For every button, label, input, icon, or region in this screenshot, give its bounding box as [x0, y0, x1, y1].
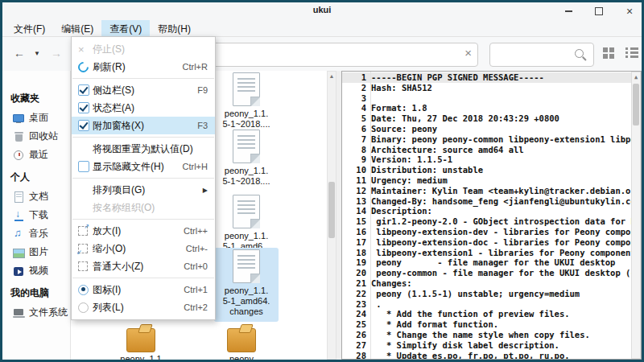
- sidebar-item-pictures[interactable]: 图片: [2, 243, 70, 261]
- menu-item-stop[interactable]: × 停止(S): [72, 40, 215, 58]
- checkbox-checked-icon: [78, 101, 93, 114]
- file-icon: [233, 130, 260, 163]
- list-view-toggle-button[interactable]: [625, 46, 639, 60]
- submenu-arrow-icon: ▶: [203, 187, 208, 194]
- computer-icon: [13, 307, 25, 319]
- menu-item-normal-size[interactable]: 普通大小(Z) Ctrl+0: [72, 257, 215, 275]
- file-pane-scrollbar[interactable]: ▲: [327, 71, 336, 360]
- menu-separator: [72, 278, 214, 278]
- menu-item-arrange-items[interactable]: 排列项目(G) ▶: [72, 181, 215, 199]
- sidebar-item-label: 文档: [29, 190, 48, 204]
- menu-separator: [72, 137, 214, 138]
- checkbox-checked-icon: [78, 119, 93, 132]
- menu-item-refresh[interactable]: 刷新(R) Ctrl+R: [72, 58, 215, 76]
- video-icon: [13, 265, 25, 277]
- scrollbar-thumb[interactable]: [328, 182, 335, 238]
- file-icon: [233, 249, 260, 283]
- icon-view-toggle-button[interactable]: [601, 46, 616, 60]
- folder-item[interactable]: [227, 328, 256, 352]
- zoom-normal-icon: [78, 260, 93, 273]
- file-item[interactable]: peony_1.1. 5-1_amd6...: [214, 193, 279, 252]
- titlebar: ukui ×: [2, 2, 642, 20]
- sidebar-item-music[interactable]: 音乐: [2, 224, 70, 243]
- scroll-up-icon[interactable]: ▲: [632, 74, 640, 80]
- sidebar-item-desktop[interactable]: 桌面: [2, 109, 70, 127]
- menu-item-organize-by-name[interactable]: 按名称组织(O): [72, 199, 215, 216]
- forward-icon: →: [51, 47, 62, 60]
- back-button[interactable]: ←: [10, 43, 28, 63]
- file-item[interactable]: peony_1.1. 5-1~2018....: [214, 71, 279, 130]
- sidebar-item-label: 视频: [29, 264, 48, 278]
- menu-help[interactable]: 帮助(H): [150, 20, 199, 36]
- picture-icon: [13, 247, 25, 258]
- preview-pane: 1 2 3 4 5 6 7 8 9 10 11 12 13 14 15 16 1…: [341, 71, 642, 360]
- forward-button[interactable]: →: [47, 43, 65, 63]
- sidebar-item-label: 最近: [29, 148, 48, 162]
- sidebar-item-recent[interactable]: 最近: [2, 146, 70, 164]
- menu-separator: [72, 78, 214, 79]
- sidebar-item-label: 图片: [29, 245, 48, 259]
- scrollbar-thumb[interactable]: [633, 84, 639, 125]
- history-dropdown-button[interactable]: ▼: [31, 43, 43, 63]
- sidebar-item-label: 音乐: [29, 227, 48, 241]
- menu-separator: [72, 219, 214, 220]
- download-icon: [13, 210, 25, 221]
- sidebar-item-trash[interactable]: 回收站: [2, 127, 70, 146]
- menu-edit[interactable]: 编辑(E): [53, 20, 101, 36]
- preview-text: -----BEGIN PGP SIGNED MESSAGE----- Hash:…: [367, 72, 631, 359]
- preview-scrollbar[interactable]: ▲: [631, 72, 641, 359]
- folder-item[interactable]: [126, 328, 155, 352]
- view-menu-popup: × 停止(S) 刷新(R) Ctrl+R 侧边栏(S) F9 状态栏(A) 附加…: [71, 36, 216, 320]
- document-icon: [13, 191, 25, 203]
- sidebar-item-documents[interactable]: 文档: [2, 187, 70, 206]
- clear-address-icon[interactable]: ×: [464, 47, 472, 59]
- list-view-icon: [625, 47, 638, 58]
- file-item[interactable]: peony_1.1. 5-1~2018....: [214, 128, 279, 187]
- menu-item-reset-view[interactable]: 将视图重置为默认值(D): [72, 140, 215, 158]
- trash-icon: [13, 131, 25, 142]
- checkbox-unchecked-icon: [78, 160, 93, 173]
- minimize-icon: [565, 10, 572, 12]
- sidebar-item-downloads[interactable]: 下载: [2, 206, 70, 224]
- menu-view[interactable]: 查看(V): [101, 20, 150, 36]
- window-controls: ×: [563, 2, 635, 20]
- menu-item-extra-pane[interactable]: 附加窗格(X) F3: [72, 117, 215, 134]
- stop-icon: ×: [78, 43, 93, 56]
- back-icon: ←: [14, 47, 25, 60]
- file-name: peony_1.1. 5-1~2018....: [214, 166, 279, 187]
- search-input[interactable]: [489, 43, 594, 67]
- menu-item-sidebar[interactable]: 侧边栏(S) F9: [72, 81, 215, 99]
- file-icon: [233, 195, 260, 228]
- menu-item-list-view[interactable]: 列表(L) Ctrl+2: [72, 298, 215, 316]
- close-button[interactable]: ×: [624, 6, 635, 17]
- file-item-selected[interactable]: peony_1.1. 5-1_amd64. changes: [214, 248, 279, 322]
- menu-item-statusbar[interactable]: 状态栏(A): [72, 99, 215, 117]
- folder-name: peony_1.1: [109, 354, 173, 360]
- sidebar-item-filesystem[interactable]: 文件系统: [2, 303, 70, 322]
- menu-item-icon-view[interactable]: 图标(I) Ctrl+1: [72, 281, 215, 298]
- music-note-icon: [13, 228, 25, 240]
- maximize-button[interactable]: [593, 6, 605, 17]
- menubar: 文件(F) 编辑(E) 查看(V) 帮助(H): [2, 20, 642, 37]
- menu-item-show-hidden[interactable]: 显示隐藏文件(H) Ctrl+H: [72, 158, 215, 175]
- menu-file[interactable]: 文件(F): [6, 20, 53, 36]
- chevron-down-icon: ▼: [34, 50, 40, 57]
- minimize-button[interactable]: [563, 6, 574, 17]
- sidebar-item-label: 回收站: [29, 130, 58, 143]
- file-icon: [233, 72, 260, 106]
- clock-icon: [13, 150, 25, 161]
- close-icon: ×: [626, 6, 633, 17]
- sidebar-item-label: 文件系统: [29, 306, 68, 319]
- folder-name: peony: [209, 354, 274, 360]
- scroll-up-icon[interactable]: ▲: [328, 73, 336, 79]
- menu-item-zoom-out[interactable]: ↙ 缩小(O) Ctrl+-: [72, 240, 215, 257]
- search-icon: [575, 49, 584, 58]
- radio-selected-icon: [78, 283, 93, 296]
- sidebar-item-videos[interactable]: 视频: [2, 261, 70, 280]
- maximize-icon: [595, 7, 603, 15]
- app-window: ukui × 文件(F) 编辑(E) 查看(V) 帮助(H) ← ▼ → × 收…: [0, 0, 644, 362]
- menu-separator: [72, 178, 214, 179]
- checkbox-checked-icon: [78, 84, 93, 97]
- menu-item-zoom-in[interactable]: ↗ 放大(I) Ctrl++: [72, 222, 215, 240]
- sidebar: 收藏夹 桌面 回收站 最近 个人 文档 下载 音乐 图片 视频 我的电脑 文件系…: [2, 71, 71, 360]
